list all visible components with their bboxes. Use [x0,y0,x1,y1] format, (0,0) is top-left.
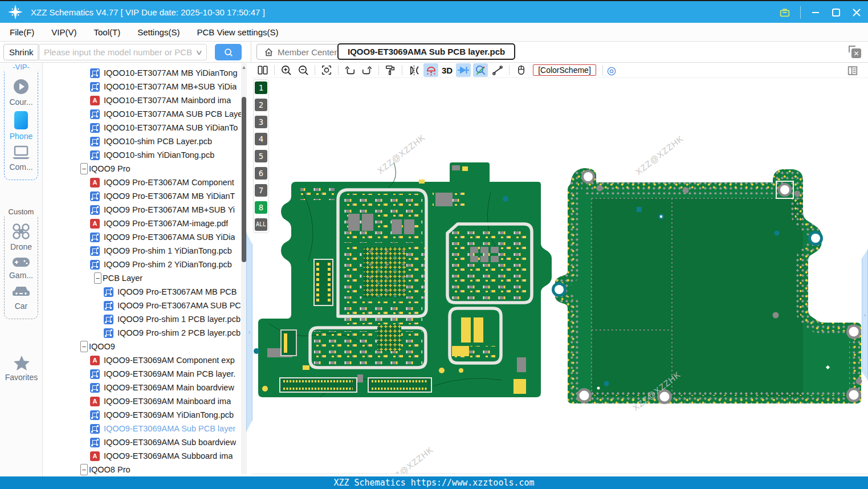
layer-button-8[interactable]: 8 [255,201,267,214]
tree-item-label: IQOO10-shim PCB Layer.pcb [104,137,212,146]
tree-item[interactable]: IQOO9-ET3069AMA Sub boardview [43,435,247,449]
chevron-down-icon[interactable]: ∨ [195,48,203,56]
sidebar-item-drone[interactable]: Drone [5,223,38,251]
tree-item[interactable]: AIQOO9-ET3069AM Component exp [43,353,247,367]
tree-item[interactable]: AIQOO9 Pro-ET3067AM Component [43,176,247,189]
search-input[interactable] [43,47,197,58]
tree-item[interactable]: AIQOO10-ET3077AM Mainbord ima [43,93,247,107]
tree-item[interactable]: −PCB Layer [43,271,247,285]
member-center-button[interactable]: Member Center [256,44,344,60]
tree-item[interactable]: −IQOO8 Pro [43,463,247,476]
tree-item[interactable]: −IQOO9 Pro [43,162,247,176]
tree-item[interactable]: AIQOO9-ET3069AMA Subboard ima [43,449,247,463]
tree-item-label: IQOO9-ET3069AM Component exp [104,356,235,365]
tree-item[interactable]: IQOO9-ET3069AM Main boardview [43,381,247,394]
tree-item[interactable]: IQOO9 Pro-ET3067AM MB+SUB Yi [43,203,247,217]
left-pcb-board [254,162,552,397]
highlight-lamp-button[interactable] [423,63,438,77]
collapse-icon[interactable]: − [94,272,101,284]
tree-item[interactable]: IQOO9 Pro-shim 2 YiDianTong.pcb [43,258,247,271]
net-search-button[interactable] [473,63,488,77]
3d-view-button[interactable]: 3D [441,66,454,75]
layer-button-1[interactable]: 1 [255,82,267,94]
maximize-button[interactable] [830,7,842,18]
zoom-selection-button[interactable] [319,63,334,77]
tree-item-label: IQOO10-shim YiDianTong.pcb [104,150,214,160]
tree-scroll-up-icon[interactable]: ▲ [241,64,247,71]
split-view-button[interactable] [255,63,270,77]
tree-item[interactable]: IQOO10-ET3077AMA SUB PCB Laye [43,107,247,121]
active-file-tab[interactable]: IQOO9-ET3069AMA Sub PCB layer.pcb [337,43,515,60]
tree-item[interactable]: IQOO9 Pro-ET3067AMA SUB YiDia [43,230,247,244]
mouse-settings-button[interactable] [514,63,528,77]
tree-item-label: IQOO9 Pro-ET3067AM Component [104,178,234,187]
sidebar-item-favorites[interactable]: Favorites [0,355,43,382]
sidebar-item-car[interactable]: Car [5,284,38,311]
rotate-left-button[interactable] [343,63,357,77]
layer-button-7[interactable]: 7 [255,184,267,197]
tree-scrollbar-thumb[interactable] [242,97,246,262]
layer-button-5[interactable]: 5 [255,150,267,162]
toolbar-separator [509,65,510,75]
tree-item[interactable]: IQOO10-ET3077AMA SUB YiDianTo [43,121,247,135]
tree-item[interactable]: IQOO9 Pro-ET3067AM MB PCB [43,285,247,299]
tree-item[interactable]: AIQOO9 Pro-ET3067AM-image.pdf [43,217,247,230]
pdf-file-icon: A [90,178,100,188]
tree-item[interactable]: IQOO10-shim PCB Layer.pcb [43,135,247,148]
menu-item[interactable]: Settings(S) [137,27,180,37]
pcb-file-icon [90,68,100,78]
diode-button[interactable] [456,63,471,77]
layer-button-3[interactable]: 3 [255,116,267,128]
tree-item[interactable]: IQOO9-ET3069AMA Sub PCB layer [43,422,247,435]
collapse-icon[interactable]: − [80,341,88,352]
view-target-icon[interactable]: ◎ [607,65,617,76]
tree-item[interactable]: IQOO9 Pro-shim 1 YiDianTong.pcb [43,244,247,258]
phone-icon [14,111,28,129]
pcb-boards-view [251,78,868,474]
search-box[interactable]: ∨ [38,44,207,60]
tree-item[interactable]: IQOO10-ET3077AM MB YiDianTong [43,66,247,80]
rotate-right-button[interactable] [360,63,374,77]
menu-item[interactable]: Tool(T) [94,27,121,37]
layer-button-2[interactable]: 2 [255,99,267,111]
tree-item[interactable]: IQOO9 Pro-shim 2 PCB layer.pcb [43,326,247,340]
close-button[interactable] [851,7,862,18]
tree-item[interactable]: −IQOO9 [43,340,247,353]
license-briefcase-icon[interactable] [779,6,791,19]
collapse-icon[interactable]: − [80,163,88,174]
menu-item[interactable]: VIP(V) [51,27,76,37]
tree-item[interactable]: AIQOO9-ET3069AM Mainboard ima [43,394,247,408]
tree-item[interactable]: IQOO10-shim YiDianTong.pcb [43,148,247,162]
layer-button-4[interactable]: 4 [255,133,267,145]
sidebar-item-course[interactable]: Cour... [5,78,38,107]
layer-button-6[interactable]: 6 [255,167,267,180]
menu-item[interactable]: File(F) [10,27,34,37]
layer-button-ALL[interactable]: ALL [255,218,267,231]
panel-toggle-button[interactable] [845,64,860,78]
tree-item[interactable]: IQOO9-ET3069AM Main PCB layer. [43,367,247,381]
collapse-icon[interactable]: − [80,464,88,475]
pcb-canvas[interactable]: XZZ@XZZHK XZZ@XZZHK XZZ@XZZHK XZZ@XZZHK … [251,78,868,474]
tree-collapse-handle[interactable]: ‹ [246,233,252,432]
zoom-out-button[interactable] [296,63,311,77]
sidebar-item-computer[interactable]: Com... [5,145,38,172]
panel-collapse-handle[interactable]: ‹ [862,249,868,381]
tree-item[interactable]: IQOO9 Pro-ET3067AM MB YiDianT [43,189,247,203]
close-all-tabs-button[interactable]: ✕ [849,46,861,58]
shrink-button[interactable]: Shrink [3,44,39,60]
tree-item[interactable]: IQOO9 Pro-shim 1 PCB layer.pcb [43,312,247,326]
tree-item[interactable]: IQOO9 Pro-ET3067AMA SUB PC [43,299,247,312]
measure-curve-button[interactable] [490,63,505,77]
minimize-button[interactable] [810,7,821,18]
sidebar-item-phone[interactable]: Phone [5,111,38,141]
zoom-in-button[interactable] [279,63,294,77]
tree-item[interactable]: IQOO10-ET3077AM MB+SUB YiDia [43,80,247,93]
sidebar-item-game[interactable]: Gam... [5,256,38,280]
tree-item[interactable]: IQOO9-ET3069AM YiDianTong.pcb [43,408,247,422]
mirror-flip-button[interactable] [406,63,421,77]
member-center-label: Member Center [278,47,337,57]
search-button[interactable] [215,44,242,60]
paint-roller-button[interactable] [383,63,398,77]
colorscheme-button[interactable]: [ColorScheme] [533,64,596,76]
menu-item[interactable]: PCB View settings(S) [197,27,278,37]
